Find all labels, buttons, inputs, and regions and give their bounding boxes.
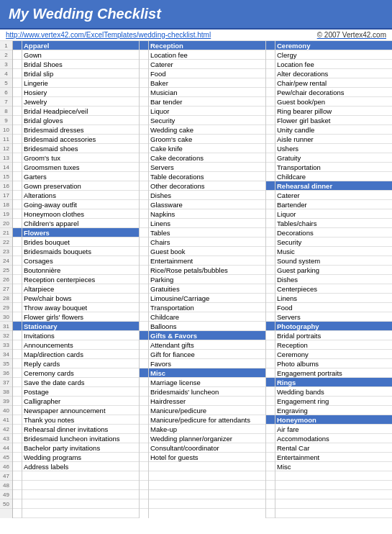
check-gm-tuxes[interactable]: [13, 163, 22, 172]
check-hm-entertainment[interactable]: [266, 453, 275, 462]
check-rice-petals[interactable]: [140, 266, 148, 275]
check-gloves[interactable]: [13, 116, 22, 125]
check-linens[interactable]: [140, 219, 148, 228]
check-reply-cards[interactable]: [13, 359, 22, 368]
check-location-fee[interactable]: [140, 50, 148, 60]
check-musician[interactable]: [140, 88, 148, 97]
check-entertainment[interactable]: [140, 256, 148, 266]
check-table-dec[interactable]: [140, 172, 148, 181]
check-calligrapher[interactable]: [13, 397, 22, 406]
check-reh-food[interactable]: [266, 303, 275, 312]
check-other-dec[interactable]: [140, 181, 148, 191]
check-manicure[interactable]: [140, 406, 148, 415]
check-childcare[interactable]: [140, 312, 148, 322]
check-reception-photo[interactable]: [266, 340, 275, 350]
check-bachelor-inv[interactable]: [13, 443, 22, 453]
check-bridal-shoes[interactable]: [13, 60, 22, 69]
check-altarpiece[interactable]: [13, 284, 22, 294]
check-hm-misc[interactable]: [266, 462, 275, 471]
check-flower-basket[interactable]: [266, 116, 275, 125]
check-save-date[interactable]: [13, 378, 22, 387]
check-reh-dec[interactable]: [266, 228, 275, 237]
check-cake-knife[interactable]: [140, 144, 148, 153]
check-thank-you[interactable]: [13, 415, 22, 425]
check-bm-bouquets[interactable]: [13, 247, 22, 256]
check-tables[interactable]: [140, 228, 148, 237]
check-announcements[interactable]: [13, 340, 22, 350]
check-servers[interactable]: [140, 163, 148, 172]
check-newspaper[interactable]: [13, 406, 22, 415]
check-rehearsal-inv[interactable]: [13, 425, 22, 434]
check-jewelry[interactable]: [13, 97, 22, 107]
check-honeymoon-clothes[interactable]: [13, 209, 22, 219]
check-marriage-license[interactable]: [140, 378, 148, 387]
check-bm-luncheon-inv[interactable]: [13, 434, 22, 443]
check-bm-luncheon[interactable]: [140, 387, 148, 397]
check-favors[interactable]: [140, 359, 148, 368]
check-reh-centerpieces[interactable]: [266, 284, 275, 294]
check-coordinator[interactable]: [140, 443, 148, 453]
check-transportation[interactable]: [140, 303, 148, 312]
check-bartender[interactable]: [140, 97, 148, 107]
check-engraving[interactable]: [266, 406, 275, 415]
check-wedding-programs[interactable]: [13, 453, 22, 462]
check-throw-bouquet[interactable]: [13, 303, 22, 312]
check-reh-caterer[interactable]: [266, 191, 275, 200]
check-manicure-att[interactable]: [140, 415, 148, 425]
check-cer-location[interactable]: [266, 60, 275, 69]
check-reh-dishes[interactable]: [266, 275, 275, 284]
check-alter-dec[interactable]: [266, 69, 275, 78]
check-address-labels[interactable]: [13, 462, 22, 471]
check-ushers[interactable]: [266, 144, 275, 153]
check-headpiece[interactable]: [13, 107, 22, 116]
check-corsages[interactable]: [13, 256, 22, 266]
check-going-away[interactable]: [13, 200, 22, 209]
check-pew-dec[interactable]: [266, 88, 275, 97]
check-napkins[interactable]: [140, 209, 148, 219]
check-security[interactable]: [140, 116, 148, 125]
check-invitations[interactable]: [13, 331, 22, 340]
check-unity-candle[interactable]: [266, 125, 275, 135]
check-aisle-runner[interactable]: [266, 135, 275, 144]
check-map-cards[interactable]: [13, 350, 22, 359]
check-cer-childcare[interactable]: [266, 172, 275, 181]
check-guest-book-pen[interactable]: [266, 97, 275, 107]
check-gown[interactable]: [13, 50, 22, 60]
check-attendant-gifts[interactable]: [140, 340, 148, 350]
check-engagement-ring[interactable]: [266, 397, 275, 406]
check-boutonniere[interactable]: [13, 266, 22, 275]
check-reh-liquor[interactable]: [266, 209, 275, 219]
check-cer-trans[interactable]: [266, 163, 275, 172]
check-gratuity[interactable]: [266, 153, 275, 163]
check-reh-servers[interactable]: [266, 312, 275, 322]
check-balloons[interactable]: [140, 322, 148, 331]
check-engagement-portraits[interactable]: [266, 368, 275, 378]
check-gift-fiancee[interactable]: [140, 350, 148, 359]
check-hotel-guests[interactable]: [140, 453, 148, 462]
check-bm-shoes[interactable]: [13, 144, 22, 153]
check-bridal-portraits[interactable]: [266, 331, 275, 340]
check-ceremony-cards[interactable]: [13, 368, 22, 378]
check-flower-girl-flowers[interactable]: [13, 312, 22, 322]
check-glassware[interactable]: [140, 200, 148, 209]
check-garters[interactable]: [13, 172, 22, 181]
check-makeup[interactable]: [140, 425, 148, 434]
check-chairs[interactable]: [140, 237, 148, 247]
check-ring-bearer[interactable]: [266, 107, 275, 116]
check-liquor[interactable]: [140, 107, 148, 116]
check-bridal-slip[interactable]: [13, 69, 22, 78]
check-rec-centerpieces[interactable]: [13, 275, 22, 284]
check-brides-bouquet[interactable]: [13, 237, 22, 247]
check-lingerie[interactable]: [13, 78, 22, 88]
check-postage[interactable]: [13, 387, 22, 397]
check-guest-book[interactable]: [140, 247, 148, 256]
check-dishes[interactable]: [140, 191, 148, 200]
check-wedding-bands[interactable]: [266, 387, 275, 397]
check-planner[interactable]: [140, 434, 148, 443]
check-accommodations[interactable]: [266, 434, 275, 443]
check-reh-tables[interactable]: [266, 219, 275, 228]
url-link[interactable]: http://www.vertex42.com/ExcelTemplates/w…: [6, 31, 211, 39]
check-bm-dresses[interactable]: [13, 125, 22, 135]
check-bm-access[interactable]: [13, 135, 22, 144]
check-wedding-cake[interactable]: [140, 125, 148, 135]
